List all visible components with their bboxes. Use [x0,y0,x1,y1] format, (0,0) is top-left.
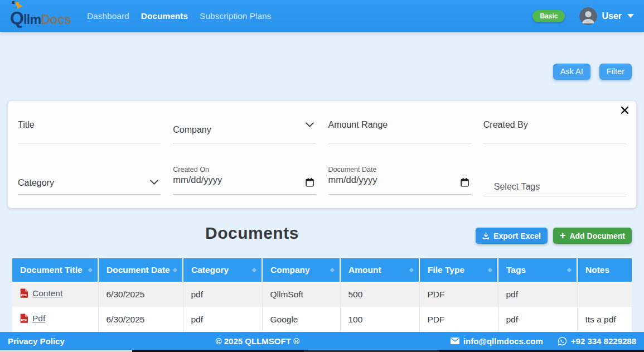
page-toolbar: Ask AI Filter [0,32,644,80]
cell-document-title: PDF Content [12,282,98,307]
cell-amount: 100 [340,307,419,332]
created-by-label: Created By [483,120,528,130]
cell-file-type: PDF [419,307,498,332]
email-link[interactable]: info@qllmdocs.com [451,336,543,346]
column-header-document-title[interactable]: Document Title◆ [12,258,98,282]
plus-icon: + [560,230,566,240]
document-link[interactable]: PDF Content [20,288,62,298]
nav-link-documents[interactable]: Documents [140,9,189,23]
sort-icon[interactable]: ◆ [252,266,256,273]
document-date-value: mm/dd/yyyy [328,175,377,185]
export-excel-button[interactable]: Export Excel [476,228,548,244]
documents-section-header: Documents Export Excel + Add Document [0,226,644,252]
cell-tags: pdf [498,282,577,307]
cell-document-date: 6/30/2025 [98,282,183,307]
download-icon [482,232,490,240]
nav-link-dashboard[interactable]: Dashboard [86,9,130,23]
table-header-row: Document Title◆ Document Date◆ Category◆… [12,258,632,282]
sort-icon[interactable]: ◆ [409,266,414,273]
pdf-file-icon: PDF [20,288,28,298]
nav-links: Dashboard Documents Subscription Plans [86,9,273,23]
document-date-label: Document Date [328,166,377,173]
sort-icon[interactable]: ◆ [88,266,93,273]
category-select[interactable]: Category [18,166,161,195]
created-on-label: Created On [173,166,209,173]
cell-document-title: PDF Pdf [12,307,98,332]
title-field[interactable]: Title [18,120,161,143]
logo-spark-icon [12,1,24,10]
plan-badge[interactable]: Basic [532,10,565,22]
category-select-label: Category [18,178,54,188]
cell-category: pdf [183,307,262,332]
select-tags-placeholder: Select Tags [494,182,540,192]
title-field-label: Title [18,120,35,130]
document-date-date-input[interactable]: Document Date mm/dd/yyyy [328,166,471,195]
column-header-amount[interactable]: Amount◆ [340,258,419,282]
calendar-icon[interactable] [461,178,469,187]
person-icon [579,7,597,25]
pdf-file-icon: PDF [20,314,28,323]
documents-table-container: Document Title◆ Document Date◆ Category◆… [12,258,632,332]
cell-notes [577,282,632,307]
caret-down-icon[interactable] [627,14,634,18]
table-row: PDF Pdf 6/30/2025 pdf Google 100 PDF pdf… [12,307,632,332]
filter-panel: Title Company Amount Range Created By Ca… [8,101,636,208]
ask-ai-button[interactable]: Ask AI [553,64,590,80]
app-logo[interactable]: QllmDocs [10,5,71,27]
created-on-value: mm/dd/yyyy [173,175,222,185]
cell-category: pdf [183,282,262,307]
table-row: PDF Content 6/30/2025 pdf QllmSoft 500 P… [12,282,632,307]
nav-link-subscription-plans[interactable]: Subscription Plans [198,9,272,23]
navbar-right: Basic User [532,7,634,25]
document-link[interactable]: PDF Pdf [20,314,45,324]
user-menu-label[interactable]: User [602,11,622,21]
amount-range-label: Amount Range [328,120,388,130]
cell-notes: Its a pdf [577,307,632,332]
page-title: Documents [205,224,299,243]
top-navbar: QllmDocs Dashboard Documents Subscriptio… [0,0,644,32]
chevron-down-icon [150,180,158,185]
column-header-file-type[interactable]: File Type◆ [419,258,498,282]
chevron-down-icon [306,122,314,127]
column-header-category[interactable]: Category◆ [183,258,262,282]
select-tags-field[interactable]: Select Tags [483,166,626,196]
documents-table: Document Title◆ Document Date◆ Category◆… [12,258,632,332]
copyright-text: © 2025 QLLMSOFT ® [216,336,299,346]
amount-range-field[interactable]: Amount Range [328,120,471,143]
phone-link[interactable]: +92 334 8229288 [558,336,636,346]
logo-text-docs: Docs [41,12,71,27]
svg-text:PDF: PDF [21,293,27,297]
column-header-company[interactable]: Company◆ [262,258,340,282]
whatsapp-icon [558,336,567,346]
window-edge-strip [0,350,644,352]
add-document-label: Add Document [569,232,625,240]
column-header-notes[interactable]: Notes [577,258,632,282]
add-document-button[interactable]: + Add Document [553,228,632,244]
cell-document-date: 6/30/2025 [98,307,183,332]
created-by-field[interactable]: Created By [483,120,626,143]
company-select[interactable]: Company [173,120,316,143]
footer-contacts: info@qllmdocs.com +92 334 8229288 [451,336,636,346]
sort-icon[interactable]: ◆ [488,266,492,273]
cell-company: Google [262,307,340,332]
user-avatar[interactable] [579,7,597,25]
filter-grid-row-1: Title Company Amount Range Created By [8,101,636,143]
documents-actions: Export Excel + Add Document [476,228,632,244]
created-on-date-input[interactable]: Created On mm/dd/yyyy [173,166,316,195]
sort-icon[interactable]: ◆ [330,266,335,273]
close-icon[interactable] [620,105,630,115]
cell-amount: 500 [340,282,419,307]
sort-icon[interactable]: ◆ [173,266,177,273]
column-header-tags[interactable]: Tags◆ [498,258,577,282]
privacy-policy-link[interactable]: Privacy Policy [8,336,65,346]
calendar-icon[interactable] [306,178,314,187]
filter-button[interactable]: Filter [599,64,632,80]
sort-icon[interactable]: ◆ [567,266,572,273]
column-header-document-date[interactable]: Document Date◆ [98,258,183,282]
envelope-icon [451,337,459,344]
export-excel-label: Export Excel [493,232,541,240]
cell-company: QllmSoft [262,282,340,307]
filter-grid-row-2: Category Created On mm/dd/yyyy Document … [8,143,636,196]
cell-file-type: PDF [419,282,498,307]
svg-text:PDF: PDF [21,319,27,322]
